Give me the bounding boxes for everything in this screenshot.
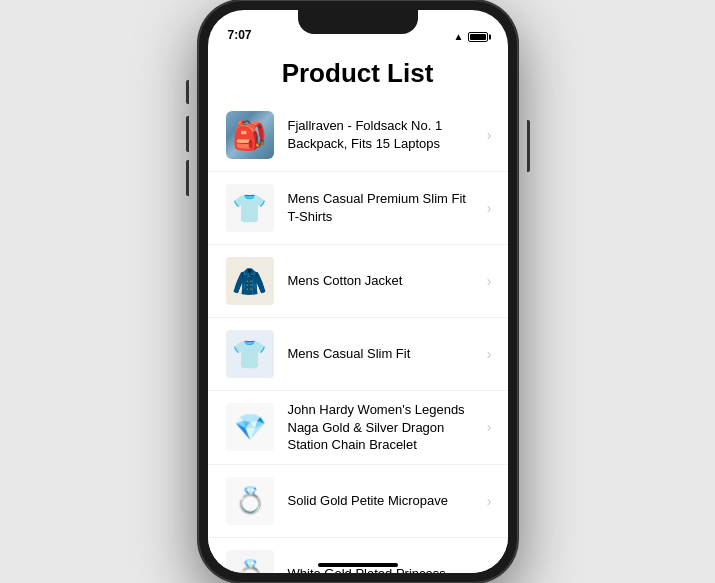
product-list: Fjallraven - Foldsack No. 1 Backpack, Fi… [208,99,508,573]
product-image [226,257,274,305]
chevron-icon: › [487,566,492,573]
chevron-icon: › [487,419,492,435]
product-item[interactable]: Fjallraven - Foldsack No. 1 Backpack, Fi… [208,99,508,172]
product-image [226,550,274,573]
product-image-container [224,475,276,527]
product-image-container [224,401,276,453]
home-indicator[interactable] [318,563,398,567]
product-image-container [224,182,276,234]
screen-content[interactable]: Product List Fjallraven - Foldsack No. 1… [208,46,508,573]
product-image [226,184,274,232]
wifi-icon: ▲ [454,31,464,42]
chevron-icon: › [487,200,492,216]
product-image [226,330,274,378]
product-image-container [224,255,276,307]
product-name: Mens Cotton Jacket [288,272,487,290]
product-name: Mens Casual Slim Fit [288,345,487,363]
phone-frame: 7:07 ▲ Product List Fjallraven - Foldsac… [198,0,518,583]
product-item[interactable]: Solid Gold Petite Micropave › [208,465,508,538]
product-name: John Hardy Women's Legends Naga Gold & S… [288,401,487,454]
product-image-container [224,328,276,380]
product-item[interactable]: Mens Cotton Jacket › [208,245,508,318]
status-time: 7:07 [228,28,252,42]
chevron-icon: › [487,346,492,362]
product-image-container [224,548,276,573]
product-name: Mens Casual Premium Slim Fit T-Shirts [288,190,487,225]
chevron-icon: › [487,273,492,289]
battery-icon [468,32,488,42]
chevron-icon: › [487,493,492,509]
product-item[interactable]: John Hardy Women's Legends Naga Gold & S… [208,391,508,465]
product-item[interactable]: White Gold Plated Princess › [208,538,508,573]
product-name: Solid Gold Petite Micropave [288,492,487,510]
product-item[interactable]: Mens Casual Premium Slim Fit T-Shirts › [208,172,508,245]
product-image-container [224,109,276,161]
product-image [226,111,274,159]
product-item[interactable]: Mens Casual Slim Fit › [208,318,508,391]
volume-down-button [186,160,189,196]
product-image [226,477,274,525]
product-name: Fjallraven - Foldsack No. 1 Backpack, Fi… [288,117,487,152]
notch [298,10,418,34]
status-icons: ▲ [454,31,488,42]
power-button [527,120,530,172]
page-title: Product List [208,46,508,99]
silent-switch [186,80,189,104]
phone-screen: 7:07 ▲ Product List Fjallraven - Foldsac… [208,10,508,573]
volume-up-button [186,116,189,152]
product-image [226,403,274,451]
chevron-icon: › [487,127,492,143]
